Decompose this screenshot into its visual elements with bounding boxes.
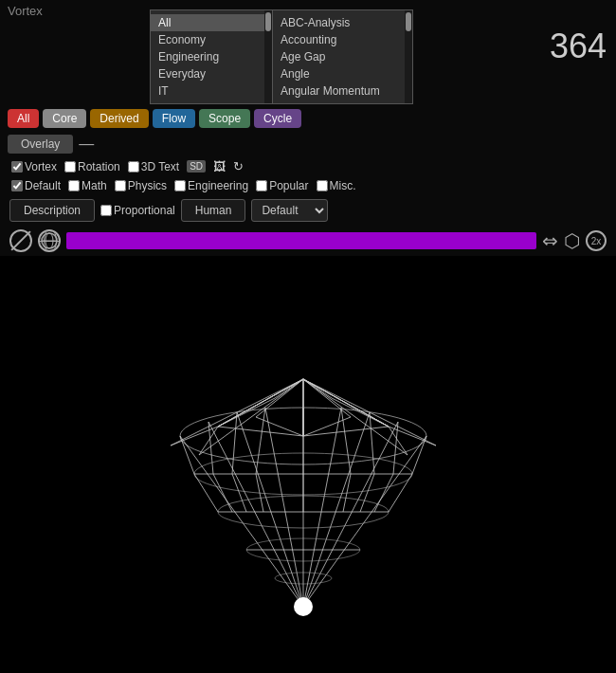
- svg-line-22: [303, 436, 426, 607]
- cb-proportional[interactable]: Proportional: [100, 204, 175, 217]
- svg-line-36: [370, 412, 374, 474]
- overlay-dash: —: [79, 136, 94, 152]
- action-row: Description Proportional Human Default O…: [0, 195, 616, 226]
- progress-bar[interactable]: [66, 232, 536, 249]
- vortex-title: Vortex: [8, 4, 43, 18]
- counter-display: 364: [550, 27, 607, 66]
- svg-line-38: [412, 436, 426, 474]
- cb-popular[interactable]: Popular: [256, 179, 308, 192]
- dropdown-scrollbar-col1[interactable]: [264, 10, 272, 103]
- svg-line-17: [265, 408, 303, 607]
- cb-3dtext-input[interactable]: [128, 161, 139, 173]
- link-icon[interactable]: ⇔: [542, 231, 558, 250]
- dd-item-angle[interactable]: Angle: [273, 65, 405, 82]
- cb-proportional-input[interactable]: [100, 205, 112, 216]
- cb-engineering-input[interactable]: [174, 180, 186, 191]
- svg-marker-4: [199, 379, 303, 455]
- cb-default-input[interactable]: [11, 180, 23, 191]
- svg-line-19: [303, 408, 341, 607]
- dd-item-economy[interactable]: Economy: [151, 31, 264, 48]
- checkbox-row-2: Default Math Physics Engineering Popular…: [0, 176, 616, 195]
- svg-line-14: [180, 436, 303, 607]
- svg-point-1: [45, 233, 53, 248]
- 2x-icon[interactable]: 2x: [586, 230, 607, 251]
- cb-default[interactable]: Default: [11, 179, 61, 192]
- tab-cycle[interactable]: Cycle: [254, 109, 301, 128]
- dd-item-abc[interactable]: ABC-Analysis: [273, 14, 405, 31]
- svg-marker-6: [303, 379, 408, 455]
- cb-3dtext[interactable]: 3D Text: [128, 160, 179, 173]
- cb-vortex[interactable]: Vortex: [11, 160, 57, 173]
- dd-item-it[interactable]: IT: [151, 82, 264, 100]
- dd-item-accounting[interactable]: Accounting: [273, 31, 405, 48]
- overlay-row: Overlay —: [0, 132, 616, 156]
- tab-derived[interactable]: Derived: [90, 109, 148, 128]
- svg-line-41: [232, 474, 246, 512]
- overlay-button[interactable]: Overlay: [8, 135, 73, 154]
- svg-line-47: [389, 474, 412, 512]
- cb-math[interactable]: Math: [68, 179, 107, 192]
- svg-line-21: [303, 422, 398, 607]
- dd-item-all[interactable]: All: [151, 14, 264, 31]
- svg-line-39: [194, 474, 218, 512]
- refresh-icon[interactable]: ↻: [233, 159, 244, 173]
- cb-physics[interactable]: Physics: [115, 179, 167, 192]
- cb-misc-input[interactable]: [317, 180, 328, 191]
- dropdown-panel: All Economy Engineering Everyday IT ABC-…: [150, 9, 413, 104]
- svg-line-30: [180, 436, 194, 474]
- icon-row: ⇔ ⬡ 2x: [0, 226, 616, 256]
- gem-wireframe: [123, 351, 483, 635]
- human-button[interactable]: Human: [181, 199, 246, 222]
- cb-vortex-input[interactable]: [11, 161, 23, 173]
- default-select[interactable]: Default Option A Option B: [251, 199, 328, 222]
- dropdown-scrollbar-col2[interactable]: [405, 10, 412, 103]
- dropdown-col2: ABC-Analysis Accounting Age Gap Angle An…: [272, 10, 405, 103]
- svg-line-32: [232, 412, 237, 474]
- gem-apex: [294, 597, 313, 616]
- cb-rotation-input[interactable]: [64, 161, 76, 173]
- globe-icon[interactable]: [38, 229, 61, 252]
- tab-row: All Core Derived Flow Scope Cycle: [0, 105, 616, 132]
- box3d-icon[interactable]: ⬡: [564, 229, 580, 252]
- svg-line-15: [208, 422, 303, 607]
- tab-all[interactable]: All: [8, 109, 39, 128]
- image-icon: 🖼: [213, 159, 226, 173]
- category-dropdown[interactable]: ? All Economy Engineering Everyday IT AB…: [150, 9, 178, 47]
- sd-badge: SD: [187, 160, 206, 173]
- dd-item-everyday[interactable]: Everyday: [151, 65, 264, 82]
- slash-circle-icon[interactable]: [9, 229, 32, 252]
- tab-core[interactable]: Core: [43, 109, 86, 128]
- cb-rotation[interactable]: Rotation: [64, 160, 120, 173]
- tab-flow[interactable]: Flow: [153, 109, 195, 128]
- cb-math-input[interactable]: [68, 180, 80, 191]
- dd-item-angular[interactable]: Angular Momentum: [273, 82, 405, 100]
- description-button[interactable]: Description: [9, 199, 95, 222]
- cb-misc[interactable]: Misc.: [317, 179, 356, 192]
- tab-scope[interactable]: Scope: [199, 109, 250, 128]
- cb-engineering[interactable]: Engineering: [174, 179, 248, 192]
- dd-item-engineering[interactable]: Engineering: [151, 48, 264, 65]
- cb-popular-input[interactable]: [256, 180, 267, 191]
- svg-marker-11: [218, 379, 303, 427]
- dropdown-col1: All Economy Engineering Everyday IT: [151, 10, 264, 103]
- svg-line-20: [303, 412, 370, 607]
- svg-marker-12: [303, 379, 389, 427]
- svg-point-0: [42, 233, 57, 248]
- checkbox-row-1: Vortex Rotation 3D Text SD 🖼 ↻: [0, 156, 616, 176]
- svg-line-45: [360, 474, 374, 512]
- canvas-area: [0, 256, 616, 673]
- svg-line-16: [237, 412, 303, 607]
- dd-item-agegap[interactable]: Age Gap: [273, 48, 405, 65]
- cb-physics-input[interactable]: [115, 180, 126, 191]
